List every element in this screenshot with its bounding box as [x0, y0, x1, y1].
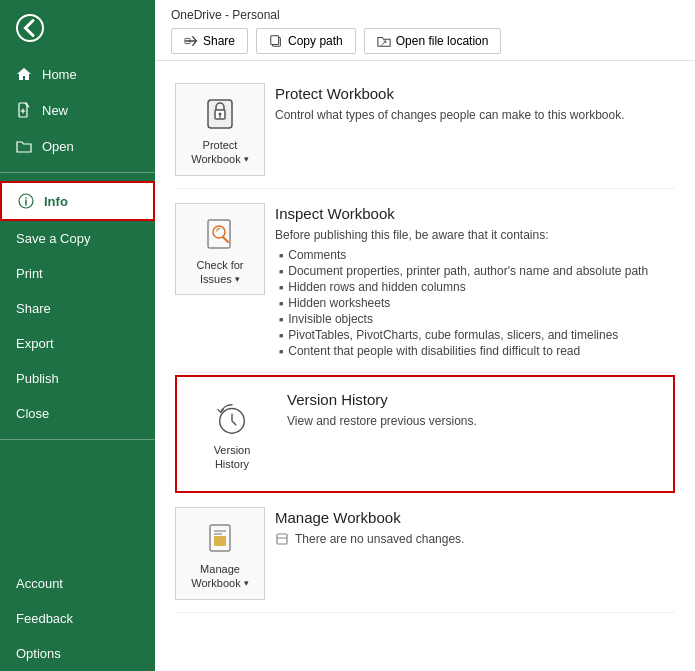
- open-file-location-button[interactable]: Open file location: [364, 28, 502, 54]
- inspect-workbook-section: Check forIssues ▾ Inspect Workbook Befor…: [175, 191, 675, 373]
- top-buttons: Share Copy path Open file location: [171, 28, 501, 54]
- version-history-label: VersionHistory: [214, 443, 251, 472]
- version-history-section[interactable]: VersionHistory Version History View and …: [175, 375, 675, 494]
- onedrive-label: OneDrive - Personal: [171, 8, 280, 22]
- sidebar-item-open[interactable]: Open: [0, 128, 155, 164]
- sidebar-divider-2: [0, 439, 155, 440]
- inspect-workbook-text: Inspect Workbook Before publishing this …: [275, 203, 675, 360]
- arrow-left-icon: [18, 16, 42, 40]
- sidebar-nav: Home New Open Info Save a Copy Print Sha…: [0, 56, 155, 671]
- sidebar-item-share[interactable]: Share: [0, 291, 155, 326]
- version-history-desc: View and restore previous versions.: [287, 412, 663, 430]
- lock-shield-icon: [202, 96, 238, 132]
- content-area: ProtectWorkbook ▾ Protect Workbook Contr…: [155, 61, 695, 623]
- main-content: OneDrive - Personal Share Copy path: [155, 0, 695, 671]
- version-history-title: Version History: [287, 391, 663, 408]
- share-button[interactable]: Share: [171, 28, 248, 54]
- sidebar-item-info[interactable]: Info: [0, 181, 155, 221]
- share-button-label: Share: [203, 34, 235, 48]
- list-item-2: Document properties, printer path, autho…: [279, 264, 675, 278]
- sidebar-item-print[interactable]: Print: [0, 256, 155, 291]
- list-item-1: Comments: [279, 248, 675, 262]
- sidebar-label-info: Info: [44, 194, 68, 209]
- version-history-text: Version History View and restore previou…: [287, 389, 663, 434]
- sidebar-item-home[interactable]: Home: [0, 56, 155, 92]
- sidebar-label-publish: Publish: [16, 371, 59, 386]
- inspect-workbook-list: Comments Document properties, printer pa…: [279, 248, 675, 358]
- list-item-6: PivotTables, PivotCharts, cube formulas,…: [279, 328, 675, 342]
- folder-icon: [377, 34, 391, 48]
- sidebar-label-options: Options: [16, 646, 61, 661]
- manage-workbook-section: ManageWorkbook ▾ Manage Workbook There a…: [175, 495, 675, 613]
- svg-rect-14: [277, 534, 287, 544]
- version-history-icon-box[interactable]: VersionHistory: [187, 389, 277, 480]
- list-item-7: Content that people with disabilities fi…: [279, 344, 675, 358]
- protect-workbook-title: Protect Workbook: [275, 85, 675, 102]
- sidebar-label-close: Close: [16, 406, 49, 421]
- list-item-5: Invisible objects: [279, 312, 675, 326]
- open-file-location-button-label: Open file location: [396, 34, 489, 48]
- back-button[interactable]: [0, 0, 155, 56]
- sidebar-label-share: Share: [16, 301, 51, 316]
- list-item-4: Hidden worksheets: [279, 296, 675, 310]
- top-bar: OneDrive - Personal Share Copy path: [155, 0, 695, 61]
- inspect-icon: [202, 216, 238, 252]
- sidebar-label-new: New: [42, 103, 68, 118]
- sidebar-item-options[interactable]: Options: [0, 636, 155, 671]
- manage-workbook-icon-box[interactable]: ManageWorkbook ▾: [175, 507, 265, 600]
- sidebar-item-account[interactable]: Account: [0, 566, 155, 601]
- sidebar-item-new[interactable]: New: [0, 92, 155, 128]
- sidebar-label-export: Export: [16, 336, 54, 351]
- sidebar-item-feedback[interactable]: Feedback: [0, 601, 155, 636]
- sidebar-bottom: Account Feedback Options: [0, 566, 155, 671]
- sidebar-label-account: Account: [16, 576, 63, 591]
- sidebar-label-print: Print: [16, 266, 43, 281]
- sidebar-label-home: Home: [42, 67, 77, 82]
- manage-workbook-title: Manage Workbook: [275, 509, 675, 526]
- no-changes-icon: [275, 532, 289, 546]
- manage-workbook-label: ManageWorkbook ▾: [191, 562, 248, 591]
- sidebar-item-export[interactable]: Export: [0, 326, 155, 361]
- copy-path-button[interactable]: Copy path: [256, 28, 356, 54]
- svg-rect-9: [208, 220, 230, 248]
- open-folder-icon: [16, 138, 32, 154]
- sidebar-label-feedback: Feedback: [16, 611, 73, 626]
- protect-workbook-icon-box[interactable]: ProtectWorkbook ▾: [175, 83, 265, 176]
- info-icon: [18, 193, 34, 209]
- sidebar-divider-1: [0, 172, 155, 173]
- inspect-workbook-label: Check forIssues ▾: [196, 258, 243, 287]
- manage-workbook-icon: [202, 520, 238, 556]
- version-history-icon: [214, 401, 250, 437]
- sidebar-label-open: Open: [42, 139, 74, 154]
- back-icon: [16, 14, 44, 42]
- svg-rect-5: [271, 36, 279, 45]
- share-icon: [184, 34, 198, 48]
- sidebar-label-save-copy: Save a Copy: [16, 231, 90, 246]
- inspect-workbook-desc: Before publishing this file, be aware th…: [275, 226, 675, 244]
- manage-workbook-text: Manage Workbook There are no unsaved cha…: [275, 507, 675, 552]
- manage-workbook-desc: There are no unsaved changes.: [275, 530, 675, 548]
- inspect-workbook-title: Inspect Workbook: [275, 205, 675, 222]
- protect-workbook-label: ProtectWorkbook ▾: [191, 138, 248, 167]
- protect-workbook-section: ProtectWorkbook ▾ Protect Workbook Contr…: [175, 71, 675, 189]
- svg-point-2: [25, 197, 27, 199]
- sidebar: Home New Open Info Save a Copy Print Sha…: [0, 0, 155, 671]
- list-item-3: Hidden rows and hidden columns: [279, 280, 675, 294]
- new-file-icon: [16, 102, 32, 118]
- inspect-workbook-icon-box[interactable]: Check forIssues ▾: [175, 203, 265, 296]
- copy-path-button-label: Copy path: [288, 34, 343, 48]
- home-icon: [16, 66, 32, 82]
- copy-path-icon: [269, 34, 283, 48]
- protect-workbook-text: Protect Workbook Control what types of c…: [275, 83, 675, 128]
- sidebar-item-close[interactable]: Close: [0, 396, 155, 431]
- sidebar-item-publish[interactable]: Publish: [0, 361, 155, 396]
- svg-rect-13: [214, 536, 226, 546]
- protect-workbook-desc: Control what types of changes people can…: [275, 106, 675, 124]
- sidebar-item-save-copy[interactable]: Save a Copy: [0, 221, 155, 256]
